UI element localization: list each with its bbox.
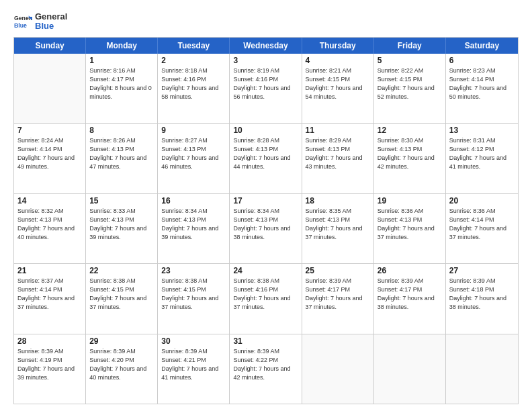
- day-number: 8: [89, 126, 154, 135]
- page-header: General Blue General Blue: [13, 12, 519, 32]
- sunset-time: Sunset: 4:19 PM: [17, 356, 82, 365]
- daylight-hours: Daylight: 7 hours and 39 minutes.: [17, 365, 82, 382]
- calendar-row-3: 14Sunrise: 8:32 AMSunset: 4:13 PMDayligh…: [14, 193, 518, 263]
- empty-cell: [374, 334, 446, 404]
- day-number: 6: [449, 56, 515, 65]
- daylight-hours: Daylight: 7 hours and 52 minutes.: [378, 84, 442, 101]
- sunset-time: Sunset: 4:16 PM: [161, 75, 226, 84]
- daylight-hours: Daylight: 7 hours and 50 minutes.: [449, 84, 515, 101]
- daylight-hours: Daylight: 7 hours and 54 minutes.: [306, 84, 370, 101]
- sunrise-time: Sunrise: 8:21 AM: [306, 66, 370, 75]
- day-number: 2: [161, 56, 226, 65]
- sunset-time: Sunset: 4:13 PM: [378, 216, 442, 224]
- day-cell-2: 2Sunrise: 8:18 AMSunset: 4:16 PMDaylight…: [158, 54, 230, 123]
- sunrise-time: Sunrise: 8:28 AM: [233, 136, 298, 145]
- day-number: 20: [449, 196, 515, 205]
- daylight-hours: Daylight: 7 hours and 38 minutes.: [378, 294, 442, 312]
- sunrise-time: Sunrise: 8:26 AM: [89, 136, 154, 145]
- sunrise-time: Sunrise: 8:36 AM: [378, 207, 442, 216]
- daylight-hours: Daylight: 7 hours and 44 minutes.: [233, 154, 298, 171]
- daylight-hours: Daylight: 7 hours and 38 minutes.: [233, 224, 298, 242]
- day-number: 26: [378, 266, 442, 275]
- sunset-time: Sunset: 4:17 PM: [306, 285, 370, 294]
- sunrise-time: Sunrise: 8:29 AM: [306, 136, 370, 145]
- day-cell-3: 3Sunrise: 8:19 AMSunset: 4:16 PMDaylight…: [230, 54, 302, 123]
- day-number: 24: [233, 266, 298, 275]
- sunrise-time: Sunrise: 8:39 AM: [233, 347, 298, 356]
- calendar-row-2: 7Sunrise: 8:24 AMSunset: 4:14 PMDaylight…: [14, 123, 518, 193]
- sunrise-time: Sunrise: 8:33 AM: [89, 207, 154, 216]
- day-number: 15: [89, 196, 154, 205]
- sunset-time: Sunset: 4:18 PM: [449, 285, 515, 294]
- day-number: 12: [378, 126, 442, 135]
- sunrise-time: Sunrise: 8:19 AM: [233, 66, 298, 75]
- sunset-time: Sunset: 4:13 PM: [89, 216, 154, 224]
- day-number: 14: [17, 196, 82, 205]
- day-cell-30: 30Sunrise: 8:39 AMSunset: 4:21 PMDayligh…: [158, 334, 230, 404]
- daylight-hours: Daylight: 7 hours and 40 minutes.: [17, 224, 82, 242]
- sunset-time: Sunset: 4:13 PM: [89, 145, 154, 154]
- logo-blue: Blue: [35, 21, 67, 31]
- calendar-row-5: 28Sunrise: 8:39 AMSunset: 4:19 PMDayligh…: [14, 334, 518, 404]
- sunset-time: Sunset: 4:13 PM: [378, 145, 442, 154]
- day-number: 29: [89, 336, 154, 346]
- day-cell-27: 27Sunrise: 8:39 AMSunset: 4:18 PMDayligh…: [446, 264, 518, 333]
- weekday-header-friday: Friday: [374, 38, 446, 54]
- weekday-header-saturday: Saturday: [446, 38, 518, 54]
- daylight-hours: Daylight: 7 hours and 42 minutes.: [378, 154, 442, 171]
- sunset-time: Sunset: 4:17 PM: [89, 75, 154, 84]
- sunset-time: Sunset: 4:14 PM: [17, 145, 82, 154]
- sunset-time: Sunset: 4:20 PM: [89, 356, 154, 365]
- sunrise-time: Sunrise: 8:39 AM: [161, 347, 226, 356]
- day-number: 3: [233, 56, 298, 65]
- daylight-hours: Daylight: 7 hours and 37 minutes.: [449, 224, 515, 242]
- sunset-time: Sunset: 4:13 PM: [306, 145, 370, 154]
- day-number: 18: [306, 196, 370, 205]
- sunset-time: Sunset: 4:21 PM: [161, 356, 226, 365]
- sunset-time: Sunset: 4:13 PM: [306, 216, 370, 224]
- day-cell-10: 10Sunrise: 8:28 AMSunset: 4:13 PMDayligh…: [230, 124, 302, 193]
- sunrise-time: Sunrise: 8:16 AM: [89, 66, 154, 75]
- day-cell-23: 23Sunrise: 8:38 AMSunset: 4:15 PMDayligh…: [158, 264, 230, 333]
- daylight-hours: Daylight: 7 hours and 41 minutes.: [161, 365, 226, 382]
- day-number: 25: [306, 266, 370, 275]
- daylight-hours: Daylight: 8 hours and 0 minutes.: [89, 84, 154, 101]
- daylight-hours: Daylight: 7 hours and 37 minutes.: [17, 294, 82, 312]
- daylight-hours: Daylight: 7 hours and 56 minutes.: [233, 84, 298, 101]
- daylight-hours: Daylight: 7 hours and 58 minutes.: [161, 84, 226, 101]
- daylight-hours: Daylight: 7 hours and 41 minutes.: [449, 154, 515, 171]
- sunrise-time: Sunrise: 8:39 AM: [449, 277, 515, 285]
- empty-cell: [14, 54, 86, 123]
- sunset-time: Sunset: 4:14 PM: [17, 285, 82, 294]
- sunrise-time: Sunrise: 8:22 AM: [378, 66, 442, 75]
- daylight-hours: Daylight: 7 hours and 37 minutes.: [233, 294, 298, 312]
- day-cell-21: 21Sunrise: 8:37 AMSunset: 4:14 PMDayligh…: [14, 264, 86, 333]
- sunrise-time: Sunrise: 8:18 AM: [161, 66, 226, 75]
- day-cell-9: 9Sunrise: 8:27 AMSunset: 4:13 PMDaylight…: [158, 124, 230, 193]
- sunrise-time: Sunrise: 8:38 AM: [233, 277, 298, 285]
- daylight-hours: Daylight: 7 hours and 37 minutes.: [89, 294, 154, 312]
- sunset-time: Sunset: 4:17 PM: [378, 285, 442, 294]
- day-cell-18: 18Sunrise: 8:35 AMSunset: 4:13 PMDayligh…: [302, 194, 374, 263]
- daylight-hours: Daylight: 7 hours and 37 minutes.: [161, 294, 226, 312]
- sunrise-time: Sunrise: 8:24 AM: [17, 136, 82, 145]
- weekday-header-tuesday: Tuesday: [158, 38, 230, 54]
- day-number: 7: [17, 126, 82, 135]
- svg-text:General: General: [14, 15, 32, 22]
- sunrise-time: Sunrise: 8:38 AM: [161, 277, 226, 285]
- day-number: 30: [161, 336, 226, 346]
- calendar-row-4: 21Sunrise: 8:37 AMSunset: 4:14 PMDayligh…: [14, 263, 518, 333]
- weekday-header-wednesday: Wednesday: [230, 38, 302, 54]
- day-cell-12: 12Sunrise: 8:30 AMSunset: 4:13 PMDayligh…: [374, 124, 446, 193]
- day-cell-28: 28Sunrise: 8:39 AMSunset: 4:19 PMDayligh…: [14, 334, 86, 404]
- day-number: 5: [378, 56, 442, 65]
- day-cell-22: 22Sunrise: 8:38 AMSunset: 4:15 PMDayligh…: [86, 264, 158, 333]
- day-number: 22: [89, 266, 154, 275]
- day-cell-16: 16Sunrise: 8:34 AMSunset: 4:13 PMDayligh…: [158, 194, 230, 263]
- sunset-time: Sunset: 4:15 PM: [378, 75, 442, 84]
- day-cell-14: 14Sunrise: 8:32 AMSunset: 4:13 PMDayligh…: [14, 194, 86, 263]
- sunrise-time: Sunrise: 8:39 AM: [378, 277, 442, 285]
- day-number: 19: [378, 196, 442, 205]
- sunset-time: Sunset: 4:22 PM: [233, 356, 298, 365]
- logo: General Blue General Blue: [13, 12, 67, 32]
